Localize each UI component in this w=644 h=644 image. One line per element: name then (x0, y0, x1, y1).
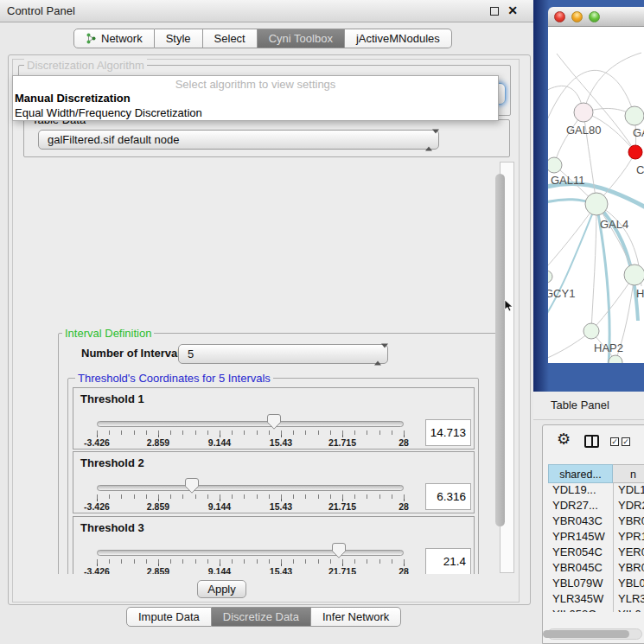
scrollbar-thumb[interactable] (543, 630, 629, 638)
threshold-2-slider[interactable]: -3.426 2.859 9.144 15.43 21.715 28 (97, 478, 404, 514)
float-window-icon[interactable] (490, 7, 499, 16)
settings-vertical-scrollbar[interactable] (500, 162, 514, 573)
network-node-gal11[interactable] (548, 157, 562, 173)
dropdown-option-manual[interactable]: Manual Discretization (13, 91, 498, 105)
algorithm-dropdown-popup: Select algorithm to view settings Manual… (12, 75, 499, 121)
network-window-titlebar[interactable] (548, 7, 644, 27)
network-node-partial-ha[interactable] (624, 265, 644, 285)
tab-label: Impute Data (138, 608, 200, 626)
slider-track[interactable] (97, 550, 404, 556)
table-row[interactable]: YBL079WYBL0 (548, 577, 644, 592)
tab-infer-network[interactable]: Infer Network (311, 607, 401, 627)
scale-label: 2.859 (147, 566, 169, 574)
table-row[interactable]: YPR145WYPR1 (548, 530, 644, 545)
split-table-icon[interactable] (584, 435, 599, 448)
number-of-intervals-label: Number of Intervals (81, 347, 187, 360)
table-panel-title: Table Panel (551, 392, 609, 419)
table-row[interactable]: YBR043CYBR0 (548, 514, 644, 530)
node-label-gal11: GAL11 (551, 174, 585, 187)
slider-thumb[interactable] (332, 543, 346, 558)
gear-icon[interactable]: ⚙ (557, 430, 571, 448)
table-data-combobox[interactable]: galFiltered.sif default node (38, 130, 439, 150)
group-label: Interval Definition (62, 327, 154, 340)
table-row[interactable]: YDR27...YDR2 (548, 499, 644, 514)
scale-label: 9.144 (208, 437, 231, 448)
network-node-hap2[interactable] (583, 323, 599, 339)
threshold-label: Threshold 2 (80, 456, 144, 469)
tab-discretize-data[interactable]: Discretize Data (212, 607, 311, 627)
network-view-canvas[interactable]: GAL80 GA CY GAL11 GAL4 GCY1 HA HAP2 (548, 27, 644, 363)
table-row[interactable]: YER054CYER0 (548, 545, 644, 561)
checkbox-icon[interactable]: ✓ (610, 437, 619, 446)
tab-style[interactable]: Style (155, 29, 203, 48)
network-node-partial-bottom[interactable] (609, 355, 622, 363)
scale-label: 9.144 (208, 566, 231, 574)
scale-label: 15.43 (270, 566, 292, 574)
dropdown-option-equal-width[interactable]: Equal Width/Frequency Discretization (13, 105, 498, 120)
table-row[interactable]: YBR045CYBR0 (548, 561, 644, 577)
scale-label: 9.144 (208, 501, 231, 512)
tab-jactivemnodules[interactable]: jActiveMNodules (345, 29, 452, 48)
scale-label: -3.426 (84, 437, 110, 448)
table-row[interactable]: YIL052CYIL0 (548, 608, 644, 612)
cell-shared-name: YBL079W (548, 577, 613, 590)
tab-label: Select (214, 29, 245, 48)
number-of-intervals-combobox[interactable]: 5 (178, 344, 388, 364)
mac-zoom-button[interactable] (589, 11, 600, 22)
panel-title: Control Panel (7, 0, 75, 22)
threshold-2-panel: Threshold 2 -3.426 2.859 9.144 15.43 21.… (73, 451, 475, 513)
mac-minimize-button[interactable] (571, 11, 583, 22)
checkbox-icon[interactable]: ✓ (622, 437, 630, 446)
threshold-1-slider[interactable]: -3.426 2.859 9.144 15.43 21.715 28 (97, 414, 404, 450)
table-row[interactable]: YDL19...YDL1 (548, 483, 644, 499)
network-node-partial-ga[interactable] (625, 106, 644, 125)
stepper-arrows-icon (425, 133, 432, 146)
table-panel-header: Table Panel (533, 392, 644, 420)
scale-label: 28 (399, 437, 409, 448)
scale-label: 15.43 (270, 501, 292, 512)
node-label-gal4: GAL4 (600, 218, 628, 231)
network-node-gal4[interactable] (585, 193, 608, 215)
scale-label: 21.715 (328, 501, 356, 512)
network-node-gcy1[interactable] (548, 271, 552, 283)
table-row[interactable]: YLR345WYLR3 (548, 592, 644, 608)
scale-label: 2.859 (147, 437, 169, 448)
scale-label: -3.426 (84, 501, 110, 512)
network-node-selected-red[interactable] (628, 145, 642, 159)
node-label-gal80: GAL80 (566, 124, 601, 137)
scale-label: 15.43 (270, 437, 292, 448)
slider-track[interactable] (97, 485, 404, 491)
scale-label: -3.426 (84, 566, 110, 574)
node-label-gcy1: GCY1 (548, 287, 575, 300)
mac-close-button[interactable] (554, 11, 565, 22)
network-node-gal80[interactable] (574, 103, 593, 122)
slider-track[interactable] (97, 421, 404, 427)
threshold-label: Threshold 1 (80, 392, 144, 405)
cell-name: YDL1 (613, 483, 644, 496)
slider-thumb[interactable] (267, 414, 281, 430)
column-header-shared-name[interactable]: shared... (548, 464, 613, 483)
group-label: Discretization Algorithm (24, 59, 147, 72)
tab-label: Infer Network (322, 608, 389, 626)
scrollbar-thumb[interactable] (495, 174, 505, 526)
tab-impute-data[interactable]: Impute Data (126, 607, 212, 627)
table-horizontal-scrollbar[interactable] (547, 628, 642, 640)
combobox-value: galFiltered.sif default node (48, 131, 179, 149)
control-panel-tabbar: Network Style Select Cyni Toolbox jActiv… (73, 29, 452, 48)
threshold-3-slider[interactable]: -3.426 2.859 9.144 15.43 21.715 28 (97, 543, 404, 574)
column-header-name[interactable]: n (613, 464, 644, 483)
tab-label: jActiveMNodules (356, 29, 440, 48)
cell-shared-name: YPR145W (548, 530, 613, 543)
apply-button[interactable]: Apply (197, 580, 246, 598)
slider-thumb[interactable] (185, 478, 199, 494)
threshold-value-field[interactable]: 6.316 (425, 483, 471, 510)
scale-label: 21.715 (328, 566, 356, 574)
node-table-rows: YDL19...YDL1 YDR27...YDR2 YBR043CYBR0 YP… (548, 483, 644, 612)
threshold-value-field[interactable]: 14.713 (425, 419, 471, 446)
tab-network[interactable]: Network (73, 29, 155, 48)
threshold-value-field[interactable]: 21.4 (425, 548, 471, 574)
close-icon[interactable]: ✕ (507, 3, 518, 17)
network-graph: GAL80 GA CY GAL11 GAL4 GCY1 HA HAP2 (548, 27, 644, 363)
tab-cyni-toolbox[interactable]: Cyni Toolbox (258, 29, 345, 48)
tab-select[interactable]: Select (203, 29, 258, 48)
